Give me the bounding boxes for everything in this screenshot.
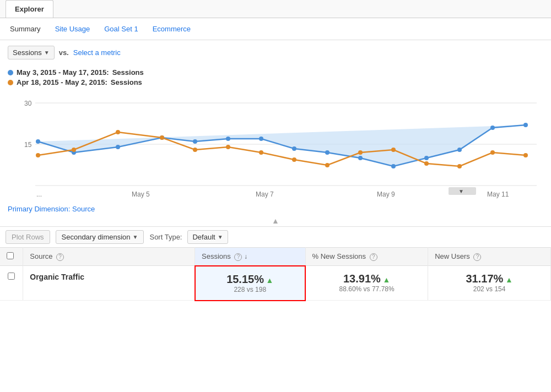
sub-tab-summary[interactable]: Summary [6, 23, 45, 35]
row-checkbox[interactable] [8, 273, 15, 280]
blue-dot-7 [259, 137, 263, 141]
chart-container: 30 15 [0, 89, 551, 199]
new-users-up-arrow-icon: ▲ [505, 275, 513, 284]
orange-dot-3 [116, 130, 120, 134]
row-source-cell: Organic Traffic [23, 266, 195, 301]
new-users-sub-value: 202 vs 154 [435, 285, 544, 293]
sort-default-label: Default [192, 233, 215, 241]
sessions-sort-arrow-icon: ↓ [244, 253, 247, 260]
y-label-30: 30 [24, 100, 32, 107]
x-label-dots: ... [36, 190, 42, 198]
x-label-may11: May 11 [487, 190, 509, 198]
primary-dimension-label: Primary Dimension: [8, 205, 70, 213]
secondary-dimension-dropdown[interactable]: Secondary dimension ▼ [56, 230, 144, 244]
new-sessions-up-arrow-icon: ▲ [382, 275, 390, 284]
sessions-sub-value: 228 vs 198 [202, 286, 298, 293]
sort-type-label: Sort Type: [149, 233, 182, 241]
th-new-sessions[interactable]: % New Sessions ? [305, 248, 428, 266]
sub-tab-ecommerce[interactable]: Ecommerce [148, 23, 195, 35]
legend-item-2: Apr 18, 2015 - May 2, 2015: Sessions [8, 78, 543, 86]
blue-dot-14 [490, 126, 495, 130]
orange-dot-4 [160, 135, 164, 140]
blue-dot-9 [325, 150, 329, 155]
new-users-percent-container: 31.17% ▲ [435, 273, 544, 285]
sessions-percent-container: 15.15% ▲ [202, 273, 298, 286]
blue-dot-13 [457, 148, 462, 152]
blue-dot-6 [226, 137, 230, 141]
blue-dot-1 [36, 139, 40, 144]
th-source-label: Source [30, 252, 52, 260]
x-label-may7: May 7 [256, 190, 274, 198]
select-metric-link[interactable]: Select a metric [73, 48, 121, 57]
sub-tabs: Summary Site Usage Goal Set 1 Ecommerce [0, 18, 551, 40]
sub-tab-site-usage[interactable]: Site Usage [51, 23, 95, 35]
blue-dot-5 [193, 139, 197, 144]
legend-dot-orange [8, 80, 13, 85]
new-users-info-icon[interactable]: ? [473, 253, 481, 261]
new-sessions-percent-container: 13.91% ▲ [312, 273, 421, 285]
orange-dot-13 [457, 164, 462, 168]
blue-dot-15 [523, 123, 528, 127]
secondary-dimension-label: Secondary dimension [62, 233, 131, 241]
orange-dot-14 [490, 150, 495, 155]
select-all-checkbox[interactable] [7, 252, 14, 259]
orange-dot-7 [259, 150, 263, 155]
metric-selector: Sessions ▼ vs. Select a metric [0, 40, 551, 65]
sub-tab-goal-set[interactable]: Goal Set 1 [100, 23, 142, 35]
legend-item-1: May 3, 2015 - May 17, 2015: Sessions [8, 68, 543, 77]
orange-dot-5 [193, 148, 197, 152]
legend-dot-blue [8, 70, 13, 75]
y-label-15: 15 [24, 141, 32, 149]
row-source-name[interactable]: Organic Traffic [30, 273, 84, 281]
primary-dimension: Primary Dimension: Source [0, 199, 551, 215]
blue-dot-8 [292, 146, 296, 151]
tabs-bar: Explorer [0, 0, 551, 18]
primary-dimension-value[interactable]: Source [72, 205, 95, 213]
orange-dot-2 [72, 148, 76, 152]
sort-type-dropdown[interactable]: Default ▼ [187, 230, 228, 244]
row-new-users-cell: 31.17% ▲ 202 vs 154 [428, 266, 551, 301]
row-new-sessions-cell: 13.91% ▲ 88.60% vs 77.78% [305, 266, 428, 301]
new-users-percent: 31.17% [466, 273, 503, 285]
th-new-sessions-label: % New Sessions [312, 252, 366, 260]
line-chart: 30 15 [8, 89, 543, 199]
orange-dot-1 [36, 153, 40, 157]
sessions-info-icon[interactable]: ? [234, 253, 242, 261]
source-info-icon[interactable]: ? [56, 253, 64, 261]
th-source[interactable]: Source ? [23, 248, 195, 266]
row-checkbox-cell [0, 266, 23, 301]
orange-dot-6 [226, 145, 230, 149]
orange-dot-9 [325, 163, 329, 167]
collapse-indicator[interactable]: ▲ [272, 216, 279, 225]
legend-date-2: Apr 18, 2015 - May 2, 2015: [17, 78, 107, 86]
new-sessions-sub-value: 88.60% vs 77.78% [312, 285, 421, 293]
th-checkbox [0, 248, 23, 266]
secondary-dim-chevron-icon: ▼ [133, 234, 138, 240]
plot-rows-button[interactable]: Plot Rows [6, 230, 50, 244]
blue-dot-3 [116, 145, 120, 149]
vs-label: vs. [59, 48, 69, 57]
legend-metric-2: Sessions [111, 78, 142, 86]
orange-dot-10 [358, 150, 363, 155]
new-sessions-info-icon[interactable]: ? [370, 253, 377, 261]
sessions-percent: 15.15% [226, 273, 264, 285]
new-sessions-percent: 13.91% [343, 273, 381, 285]
blue-dot-10 [358, 156, 363, 160]
data-table: Source ? Sessions ? ↓ % New Sessions ? N… [0, 247, 551, 301]
primary-metric-dropdown[interactable]: Sessions ▼ [8, 46, 55, 59]
orange-dot-12 [424, 161, 429, 166]
sort-chevron-icon: ▼ [218, 234, 223, 240]
row-sessions-cell: 15.15% ▲ 228 vs 198 [195, 266, 305, 301]
table-row: Organic Traffic 15.15% ▲ 228 vs 198 13.9… [0, 266, 551, 301]
table-header-row: Source ? Sessions ? ↓ % New Sessions ? N… [0, 248, 551, 266]
legend-area: May 3, 2015 - May 17, 2015: Sessions Apr… [0, 65, 551, 89]
blue-dot-11 [391, 164, 396, 168]
orange-dot-15 [523, 153, 528, 157]
th-new-users[interactable]: New Users ? [428, 248, 551, 266]
th-sessions[interactable]: Sessions ? ↓ [195, 248, 305, 266]
tab-explorer[interactable]: Explorer [6, 0, 53, 18]
orange-dot-11 [391, 148, 396, 152]
x-label-may9: May 9 [377, 190, 395, 198]
chevron-down-icon: ▼ [44, 50, 50, 56]
primary-metric-label: Sessions [13, 48, 42, 57]
